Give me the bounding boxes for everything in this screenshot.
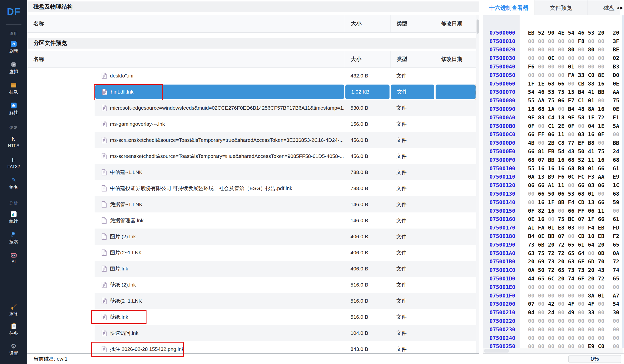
file-icon (102, 314, 107, 320)
hex-byte: 0A (528, 174, 538, 180)
hex-byte: 00 (538, 318, 548, 324)
table-row[interactable]: microsoft-edgesource=windowsfeeds&muid=0… (95, 100, 476, 116)
column-header-date[interactable]: 修改日期 (435, 51, 476, 68)
hex-byte: 68 (578, 191, 588, 197)
file-name-cell[interactable]: 中信建投证券股份有限公司 可持续发展暨环境、社会及管治（ESG）报告.pdf.l… (95, 180, 345, 196)
hex-byte: 72 (558, 250, 568, 256)
file-name: 中信建~1.LNK (110, 169, 143, 176)
column-header-name[interactable]: 名称 (27, 15, 345, 32)
sidebar-item-virtual[interactable]: 虚拟 (0, 61, 27, 74)
table-row[interactable]: 图片(2~1.LNK406.0 B文件 (95, 245, 476, 261)
hex-vertical-scrollbar[interactable] (622, 15, 624, 348)
sidebar-item-statistics[interactable]: 统计 (0, 211, 27, 224)
file-list-scrollbar[interactable] (476, 15, 479, 354)
column-header-type[interactable]: 类型 (390, 51, 435, 68)
hex-byte: 0C (548, 55, 558, 61)
hex-row: 0750008055AA7506F7C1010075 (483, 96, 624, 105)
table-row[interactable]: deskto".ini432.0 B文件 (95, 68, 476, 84)
column-header-size[interactable]: 大小 (345, 15, 390, 32)
sidebar-item-refresh[interactable]: ↻刷新 (0, 41, 27, 54)
hex-byte: E1 (613, 115, 623, 121)
tab-scroll-left-icon[interactable]: ◀ (616, 6, 619, 10)
sidebar-item-fat32[interactable]: FFAT32 (0, 157, 27, 169)
file-name-cell[interactable]: ms-scr□ensketchedit&source=Toast&isTempo… (95, 132, 345, 148)
file-date-cell (435, 309, 476, 325)
hex-address: 07500130 (483, 191, 520, 197)
table-row[interactable]: 图片 (2).lnk406.0 B文件 (95, 229, 476, 245)
column-header-name[interactable]: 名称 (27, 51, 345, 68)
scrollbar-thumb[interactable] (484, 349, 509, 353)
table-row[interactable]: 快速访问.lnk104.0 B文件 (95, 325, 476, 341)
table-row[interactable]: 凭据管理器.lnk146.0 B文件 (95, 213, 476, 229)
hex-byte: 00 (598, 140, 608, 146)
sidebar-item-ntfs[interactable]: NNTFS (0, 136, 27, 148)
sidebar-item-wipe[interactable]: 擦除 (0, 304, 27, 317)
hex-row: 07500130006650065368010068 (483, 190, 624, 198)
file-name-cell[interactable]: 图片(2~1.LNK (95, 245, 345, 261)
hex-row: 075000E06681FB544350417524 (483, 147, 624, 156)
table-row[interactable]: 图片.lnk406.0 B文件 (95, 261, 476, 277)
table-row[interactable]: 中信建投证券股份有限公司 可持续发展暨环境、社会及管治（ESG）报告.pdf.l… (95, 180, 476, 196)
hex-byte: 00 (528, 199, 538, 205)
sidebar-item-tasks[interactable]: 任务 (0, 323, 27, 336)
file-name-cell[interactable]: deskto".ini (95, 68, 345, 84)
file-icon (102, 73, 107, 79)
file-name-cell[interactable]: hint.dll.lnk (95, 84, 345, 100)
table-row[interactable]: 壁纸 (2).lnk516.0 B文件 (95, 277, 476, 293)
file-name-cell[interactable]: 壁纸 (2).lnk (95, 277, 345, 293)
table-row[interactable]: 批注 2026-02-28 155432.png.lnk843.0 B文件 (95, 341, 476, 354)
hex-byte: 59 (613, 199, 623, 205)
table-row[interactable]: ms-screensketchedit&source=Toast&isTempo… (95, 148, 476, 164)
file-name-cell[interactable]: 凭据管~1.LNK (95, 196, 345, 213)
file-name-cell[interactable]: 凭据管理器.lnk (95, 213, 345, 229)
column-header-size[interactable]: 大小 (345, 51, 390, 68)
hex-byte: 6B (538, 242, 548, 248)
file-name-cell[interactable]: 批注 2026-02-28 155432.png.lnk (95, 341, 345, 354)
file-name-cell[interactable]: ms-screensketchedit&source=Toast&isTempo… (95, 148, 345, 164)
hex-row: 07500240000000000000000000 (483, 334, 624, 342)
table-row[interactable]: ms-scr□ensketchedit&source=Toast&isTempo… (95, 132, 476, 148)
table-row[interactable]: 凭据管~1.LNK146.0 B文件 (95, 196, 476, 213)
file-name-cell[interactable]: microsoft-edgesource=windowsfeeds&muid=0… (95, 100, 345, 116)
sidebar-item-mount[interactable]: 挂载 (0, 82, 27, 95)
column-header-date[interactable]: 修改日期 (435, 15, 476, 32)
table-row[interactable]: 壁纸(2~1.LNK516.0 B文件 (95, 293, 476, 309)
sidebar-item-signature[interactable]: ✎签名 (0, 177, 27, 190)
sidebar-item-ai[interactable]: AI (0, 252, 27, 264)
column-header-type[interactable]: 类型 (390, 15, 435, 32)
hex-byte: 00 (538, 55, 548, 61)
file-name-cell[interactable]: 中信建~1.LNK (95, 164, 345, 180)
tab-scroll-right-icon[interactable]: ▶ (620, 0, 624, 15)
table-row[interactable]: hint.dll.lnk1.02 KB文件 (95, 84, 476, 100)
hex-byte: FA (538, 225, 548, 231)
tab-disk[interactable]: 磁盘 ◀ (587, 0, 620, 15)
hex-byte: 15 (568, 89, 578, 95)
file-type-cell: 文件 (390, 164, 435, 180)
hex-byte: EB (598, 225, 608, 231)
hex-byte: 00 (558, 318, 568, 324)
file-name-cell[interactable]: ms-gamingoverlay---.lnk (95, 116, 345, 132)
scrollbar-thumb[interactable] (476, 20, 479, 34)
hex-byte: 1F (528, 81, 538, 87)
file-size-cell: 156.0 B (345, 116, 390, 132)
file-name-cell[interactable]: 快速访问.lnk (95, 325, 345, 341)
file-name-cell[interactable]: 壁纸(2~1.LNK (95, 293, 345, 309)
tab-hex-viewer[interactable]: 十六进制查看器 (483, 0, 535, 15)
table-row[interactable]: ms-gamingoverlay---.lnk156.0 B文件 (95, 116, 476, 132)
sidebar-item-search[interactable]: 搜索 (0, 231, 27, 245)
app-logo: DF (0, 6, 27, 17)
file-size-cell: 406.0 B (345, 261, 390, 277)
hex-byte: 30 (613, 309, 623, 315)
file-name-cell[interactable]: 图片.lnk (95, 261, 345, 277)
sidebar-item-unmount[interactable]: 解挂 (0, 102, 27, 116)
hex-horizontal-scrollbar[interactable] (483, 348, 624, 353)
sidebar-item-settings[interactable]: ⚙设置 (0, 343, 27, 356)
table-row[interactable]: 中信建~1.LNK788.0 B文件 (95, 164, 476, 180)
hex-byte: BB (548, 233, 558, 239)
hex-byte: 16 (598, 157, 608, 163)
file-icon (102, 169, 107, 175)
file-name-cell[interactable]: 壁纸.lnk (95, 309, 345, 325)
file-name-cell[interactable]: 图片 (2).lnk (95, 229, 345, 245)
table-row[interactable]: 壁纸.lnk516.0 B文件 (95, 309, 476, 325)
tab-file-preview[interactable]: 文件预览 (535, 0, 587, 15)
